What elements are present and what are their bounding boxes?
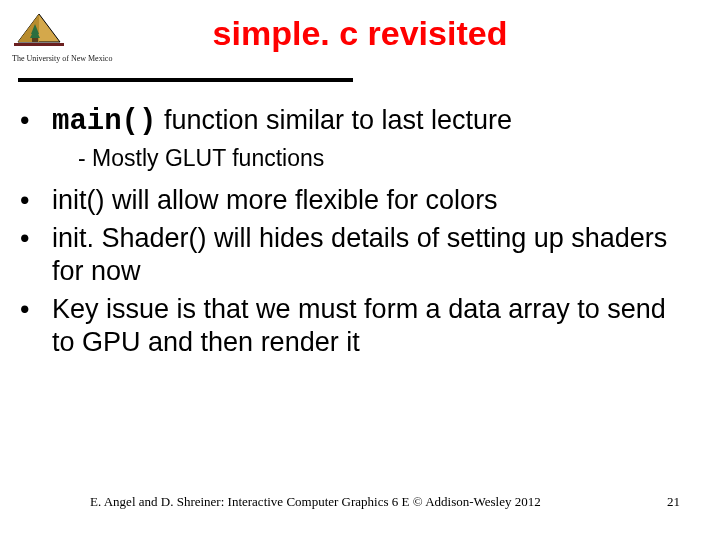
- bullet-marker: •: [36, 222, 52, 255]
- logo-org-name: The University of New Mexico: [12, 54, 142, 63]
- bullet-item: •Key issue is that we must form a data a…: [36, 293, 690, 359]
- footer-text: E. Angel and D. Shreiner: Interactive Co…: [90, 494, 541, 510]
- content-area: •main() function similar to last lecture…: [30, 104, 690, 364]
- bullet-text: Key issue is that we must form a data ar…: [52, 294, 666, 357]
- bullet-text: init. Shader() will hides details of set…: [52, 223, 667, 286]
- bullet-dash: -: [78, 145, 92, 171]
- page-number: 21: [667, 494, 680, 510]
- bullet-text: function similar to last lecture: [156, 105, 512, 135]
- title-underline: [18, 78, 353, 82]
- bullet-text: init() will allow more flexible for colo…: [52, 185, 498, 215]
- bullet-item: •init. Shader() will hides details of se…: [36, 222, 690, 288]
- sub-bullet-item: - Mostly GLUT functions: [78, 144, 690, 172]
- slide-title: simple. c revisited: [0, 14, 720, 53]
- sub-bullet-text: Mostly GLUT functions: [92, 145, 324, 171]
- bullet-marker: •: [36, 184, 52, 217]
- bullet-marker: •: [36, 293, 52, 326]
- bullet-item: •init() will allow more flexible for col…: [36, 184, 690, 217]
- bullet-marker: •: [36, 104, 52, 137]
- bullet-item: •main() function similar to last lecture: [36, 104, 690, 139]
- bullet-code: main(): [52, 105, 156, 138]
